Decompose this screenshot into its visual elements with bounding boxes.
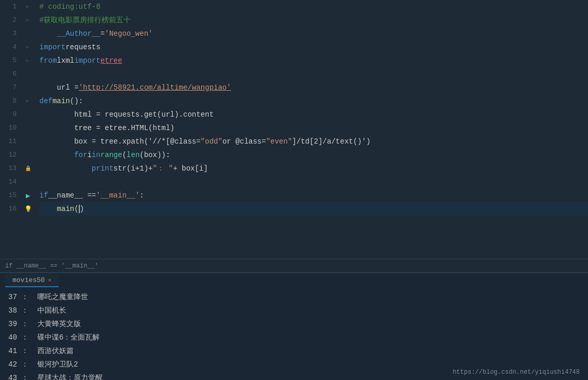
fold-icon-2[interactable]: ⊢: [26, 17, 30, 23]
code-text-11d: "even": [266, 137, 292, 146]
line-num-2: 2: [4, 13, 17, 27]
bulb-icon-16[interactable]: 💡: [24, 205, 32, 213]
gutter-11: [21, 135, 35, 148]
code-line-16: main(): [39, 202, 588, 216]
code-text-15b: __name__ ==: [48, 191, 96, 200]
tab-label: movies50: [12, 276, 45, 284]
output-line-39: 39 ： 大黄蜂英文版: [0, 317, 588, 331]
line-num-8: 8: [4, 94, 17, 108]
code-text-12i: (box)):: [139, 151, 170, 159]
code-line-11: box = tree.xpath('//*[@class="odd" or @c…: [39, 135, 588, 148]
gutter-5: ⊢: [21, 54, 35, 67]
hint-bar: if __name__ == '__main__': [0, 259, 588, 273]
code-content: 1 2 3 4 5 6 7 8 9 10 11 12 13 14 15 16 ⊢…: [0, 0, 588, 259]
code-text-5b: lxml: [57, 57, 75, 65]
fold-icon-8[interactable]: ⊢: [26, 98, 30, 104]
code-text-12a: [39, 151, 74, 159]
code-text-12c: i: [87, 151, 91, 159]
run-arrow-icon[interactable]: ▶: [26, 191, 30, 200]
gutter-15: ▶: [21, 189, 35, 202]
code-text-3c: =: [101, 30, 105, 38]
code-text-2b: 获取电影票房排行榜前五十: [44, 16, 131, 25]
code-text-3a: [39, 30, 57, 38]
code-text-11a: box = tree.xpath('//*[@class=: [39, 137, 201, 146]
line-num-13: 13: [4, 162, 17, 175]
output-area: 37 ： 哪吒之魔童降世 38 ： 中国机长 39 ： 大黄蜂英文版 40 ： …: [0, 288, 588, 380]
code-line-10: tree = etree.HTML(html): [39, 121, 588, 135]
code-line-4: import requests: [39, 40, 588, 54]
lock-icon-13: 🔒: [25, 165, 31, 172]
gutter-8: ⊢: [21, 94, 35, 108]
app-container: 1 2 3 4 5 6 7 8 9 10 11 12 13 14 15 16 ⊢…: [0, 0, 588, 380]
output-tab[interactable]: movies50 ×: [5, 274, 59, 287]
gutter-4: ⊢: [21, 40, 35, 54]
output-num-41: 41 ：: [8, 346, 29, 356]
code-text-16a: [39, 205, 57, 213]
code-line-3: __Author__ = 'Negoo_wen': [39, 27, 588, 40]
hint-text: if __name__ == '__main__': [5, 262, 99, 270]
line-num-7: 7: [4, 81, 17, 94]
code-text-3b: __Author__: [57, 30, 101, 38]
code-text-5d: etree: [101, 57, 122, 65]
output-movie-39: 大黄蜂英文版: [29, 319, 81, 329]
line-num-12: 12: [4, 148, 17, 162]
tab-close-icon[interactable]: ×: [48, 277, 51, 284]
code-text-8c: main: [52, 97, 70, 105]
line-numbers: 1 2 3 4 5 6 7 8 9 10 11 12 13 14 15 16: [0, 0, 21, 259]
line-num-16: 16: [4, 202, 17, 216]
fold-icon-5[interactable]: ⊢: [26, 58, 30, 64]
code-line-13: print str(i+1)+"： " + box[i]: [39, 162, 588, 175]
code-text-12b: for: [74, 151, 87, 159]
code-text-11b: "odd": [201, 137, 222, 146]
line-num-14: 14: [4, 175, 17, 189]
code-text-13e: + box[i]: [173, 164, 208, 173]
code-text-16c: ): [80, 205, 84, 213]
code-line-14: [39, 175, 588, 189]
output-movie-43: 星球大战：原力觉醒: [29, 373, 103, 380]
code-text-7a: url =: [39, 83, 79, 92]
code-text-16b: main(: [57, 205, 79, 213]
line-num-15: 15: [4, 189, 17, 202]
code-text-10: tree = etree.HTML(html): [39, 124, 174, 132]
fold-icon-1[interactable]: ⊢: [26, 4, 30, 10]
gutter-10: [21, 121, 35, 135]
fold-icon-4[interactable]: ⊢: [26, 44, 30, 50]
code-text-1: # coding:utf-8: [39, 3, 101, 11]
output-num-43: 43 ：: [8, 373, 29, 380]
line-num-6: 6: [4, 67, 17, 81]
code-text-13b: print: [92, 164, 114, 173]
output-num-partial: 37 ：: [8, 292, 29, 302]
gutter-6: [21, 67, 35, 81]
bottom-link-text: https://blog.csdn.net/yiqiushi4748: [453, 369, 580, 376]
line-num-4: 4: [4, 40, 17, 54]
code-text-15a: if: [39, 191, 48, 200]
code-text-15d: :: [139, 191, 144, 200]
output-line-40: 40 ： 碟中谍6：全面瓦解: [0, 331, 588, 344]
output-movie-38: 中国机长: [29, 306, 66, 315]
code-text-13c: str(i+1)+: [114, 164, 153, 173]
code-text-12h: len: [127, 151, 139, 159]
code-line-8: def main():: [39, 94, 588, 108]
gutter-12: [21, 148, 35, 162]
code-editor[interactable]: # coding:utf-8 # 获取电影票房排行榜前五十 __Author__…: [35, 0, 588, 259]
gutter-9: [21, 108, 35, 121]
code-text-11e: ]/td[2]/a/text()'): [292, 137, 370, 146]
output-line-38: 38 ： 中国机长: [0, 304, 588, 317]
line-num-3: 3: [4, 27, 17, 40]
code-line-2: # 获取电影票房排行榜前五十: [39, 13, 588, 27]
code-line-12: for i in range(len(box)):: [39, 148, 588, 162]
gutter-16: 💡: [21, 202, 35, 216]
code-text-5a: from: [39, 57, 57, 65]
gutter-7: [21, 81, 35, 94]
output-num-38: 38 ：: [8, 306, 29, 315]
output-line-partial: 37 ： 哪吒之魔童降世: [0, 290, 588, 304]
code-text-7b: 'http://58921.com/alltime/wangpiao': [79, 83, 231, 92]
gutter-13: 🔒: [21, 162, 35, 175]
code-text-5c: import: [74, 57, 100, 65]
line-num-11: 11: [4, 135, 17, 148]
code-text-3d: 'Negoo_wen': [105, 30, 152, 38]
gutter-14: [21, 175, 35, 189]
line-num-1: 1: [4, 0, 17, 13]
output-num-39: 39 ：: [8, 319, 29, 329]
code-text-15c: '__main__': [96, 191, 139, 200]
